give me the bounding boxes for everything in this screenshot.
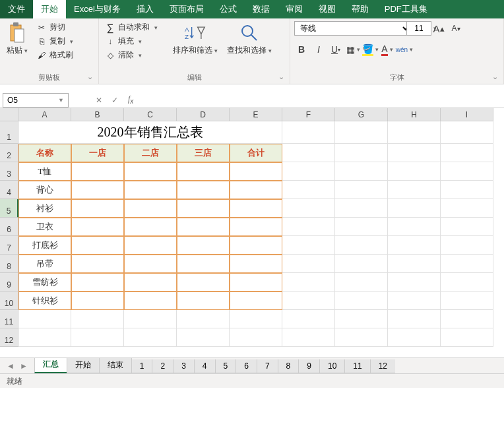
table-data-cell[interactable]	[230, 199, 282, 218]
cell[interactable]	[282, 121, 335, 144]
fx-icon[interactable]: fx	[123, 94, 139, 105]
cell[interactable]	[388, 162, 441, 181]
cell[interactable]	[230, 328, 282, 347]
table-data-cell[interactable]	[71, 199, 124, 218]
tab-formulas[interactable]: 公式	[212, 0, 245, 18]
cell[interactable]	[388, 273, 441, 292]
sheet-tab[interactable]: 9	[298, 359, 320, 373]
cell[interactable]	[388, 310, 441, 328]
sheet-tab[interactable]: 1	[131, 359, 153, 373]
cell[interactable]	[388, 255, 441, 273]
copy-button[interactable]: ⎘ 复制	[34, 35, 75, 47]
row-header[interactable]: 7	[0, 236, 18, 255]
cell[interactable]	[282, 236, 335, 255]
cell[interactable]	[177, 310, 230, 328]
column-header[interactable]: E	[230, 108, 282, 121]
cell[interactable]	[441, 255, 493, 273]
table-header-cell[interactable]: 一店	[71, 144, 124, 162]
cell[interactable]	[335, 181, 388, 199]
fill-button[interactable]: ↓ 填充	[103, 35, 166, 47]
cell[interactable]	[335, 236, 388, 255]
table-data-cell[interactable]	[71, 273, 124, 292]
border-button[interactable]: ▦	[346, 42, 360, 57]
cell[interactable]	[388, 181, 441, 199]
column-header[interactable]: C	[124, 108, 177, 121]
table-data-cell[interactable]	[177, 273, 230, 292]
column-header[interactable]: F	[282, 108, 335, 121]
phonetic-button[interactable]: wén	[397, 42, 412, 57]
sheet-tab[interactable]: 5	[215, 359, 237, 373]
sheet-tab[interactable]: 8	[278, 359, 299, 373]
table-data-cell[interactable]	[230, 273, 282, 292]
table-data-cell[interactable]	[71, 292, 124, 310]
decrease-font-button[interactable]: A▾	[449, 21, 463, 36]
tab-data[interactable]: 数据	[245, 0, 278, 18]
select-all-corner[interactable]	[0, 108, 18, 121]
column-header[interactable]: D	[177, 108, 230, 121]
cut-button[interactable]: ✂ 剪切	[34, 21, 75, 34]
tab-insert[interactable]: 插入	[129, 0, 162, 18]
table-data-cell[interactable]	[124, 218, 177, 236]
cell[interactable]	[18, 328, 71, 347]
cell[interactable]	[282, 162, 335, 181]
cell[interactable]	[71, 310, 124, 328]
spreadsheet-grid[interactable]: ABCDEFGHI 123456789101112 2020年销售汇总表名称一店…	[0, 108, 504, 357]
cell[interactable]	[335, 121, 388, 144]
table-data-cell[interactable]	[124, 292, 177, 310]
tab-pdf[interactable]: PDF工具集	[377, 0, 435, 18]
cell[interactable]	[177, 328, 230, 347]
table-data-cell[interactable]	[177, 162, 230, 181]
cell[interactable]	[388, 218, 441, 236]
font-size-dropdown[interactable]	[414, 21, 429, 36]
autosum-button[interactable]: ∑ 自动求和	[103, 21, 166, 34]
table-data-cell[interactable]	[177, 292, 230, 310]
cell[interactable]	[335, 144, 388, 162]
format-painter-button[interactable]: 🖌 格式刷	[34, 49, 75, 61]
table-data-cell[interactable]	[177, 218, 230, 236]
table-data-cell[interactable]	[124, 273, 177, 292]
row-header[interactable]: 3	[0, 162, 18, 181]
row-header[interactable]: 4	[0, 181, 18, 199]
table-header-cell[interactable]: 三店	[177, 144, 230, 162]
sheet-nav-prev[interactable]: ◄	[7, 361, 15, 371]
cell[interactable]	[124, 328, 177, 347]
find-select-button[interactable]: 查找和选择	[224, 21, 274, 57]
table-data-cell[interactable]	[177, 236, 230, 255]
cell[interactable]	[388, 121, 441, 144]
table-data-cell[interactable]	[177, 255, 230, 273]
table-data-cell[interactable]	[124, 236, 177, 255]
cell[interactable]	[441, 144, 493, 162]
cell[interactable]	[441, 236, 493, 255]
row-header[interactable]: 2	[0, 144, 18, 162]
cell[interactable]	[335, 310, 388, 328]
sheet-tab[interactable]: 2	[152, 359, 173, 373]
tab-file[interactable]: 文件	[0, 0, 33, 18]
cell[interactable]	[282, 144, 335, 162]
cell[interactable]	[388, 236, 441, 255]
column-header[interactable]: I	[441, 108, 493, 121]
table-data-cell[interactable]	[71, 255, 124, 273]
table-data-cell[interactable]	[124, 181, 177, 199]
cell[interactable]	[441, 310, 493, 328]
italic-button[interactable]: I	[311, 42, 326, 57]
table-name-cell[interactable]: 针织衫	[18, 292, 71, 310]
cell[interactable]	[71, 328, 124, 347]
table-data-cell[interactable]	[71, 218, 124, 236]
cell[interactable]	[441, 218, 493, 236]
title-cell[interactable]: 2020年销售汇总表	[18, 121, 282, 144]
cell[interactable]	[441, 273, 493, 292]
sort-filter-button[interactable]: AZ 排序和筛选	[170, 21, 220, 57]
sheet-tab[interactable]: 结束	[99, 358, 132, 373]
cell[interactable]	[282, 310, 335, 328]
cell[interactable]	[335, 218, 388, 236]
font-color-button[interactable]: A	[380, 42, 394, 57]
cell[interactable]	[441, 162, 493, 181]
sheet-tab[interactable]: 12	[370, 359, 395, 373]
tab-home[interactable]: 开始	[33, 0, 66, 18]
tab-view[interactable]: 视图	[311, 0, 344, 18]
column-header[interactable]: A	[18, 108, 71, 121]
table-data-cell[interactable]	[124, 162, 177, 181]
row-header[interactable]: 9	[0, 273, 18, 292]
row-header[interactable]: 1	[0, 121, 18, 144]
bold-button[interactable]: B	[294, 42, 309, 57]
